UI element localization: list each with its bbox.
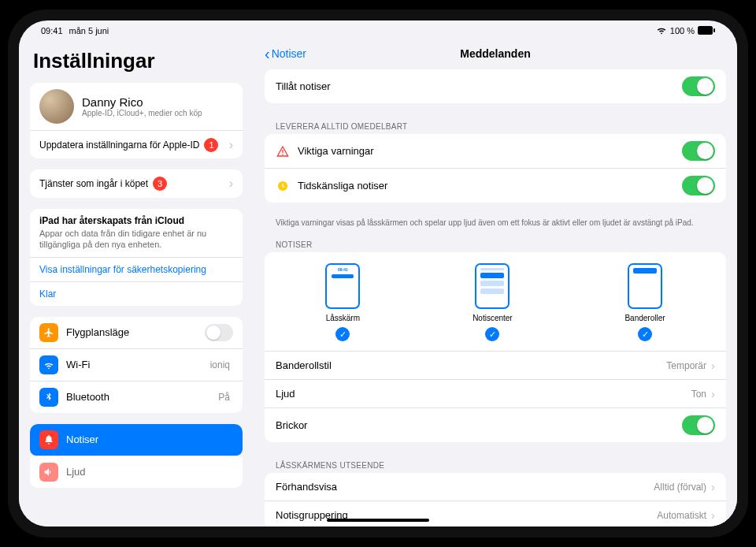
account-row[interactable]: Danny Rico Apple-ID, iCloud+, medier och…: [30, 83, 243, 130]
svg-rect-2: [282, 150, 283, 153]
services-label: Tjänster som ingår i köpet: [39, 178, 148, 189]
sound-value: Ton: [691, 389, 706, 400]
deliver-footer: Viktiga varningar visas på låsskärmen oc…: [265, 214, 726, 233]
airplane-label: Flygplansläge: [66, 326, 129, 338]
wifi-label: Wi-Fi: [66, 359, 90, 370]
avatar: [39, 89, 74, 124]
restore-title: iPad har återskapats från iCloud: [30, 209, 243, 228]
warning-triangle-icon: [276, 144, 290, 158]
preview-label: Förhandsvisa: [276, 481, 337, 493]
navbar: ‹ Notiser Meddelanden: [254, 38, 737, 69]
bell-icon: [39, 430, 58, 449]
chevron-right-icon: ›: [711, 359, 715, 372]
preview-row[interactable]: Förhandsvisa Alltid (förval) ›: [265, 473, 726, 500]
clock-icon: [276, 179, 290, 193]
sound-row[interactable]: Ljud: [30, 456, 243, 488]
sound-label: Ljud: [66, 466, 86, 478]
status-time: 09:41: [41, 26, 63, 35]
notifications-card: Notiser Ljud: [30, 424, 243, 488]
account-card: Danny Rico Apple-ID, iCloud+, medier och…: [30, 83, 243, 158]
sidebar-title: Inställningar: [33, 49, 243, 73]
timesensitive-row[interactable]: Tidskänsliga notiser: [265, 168, 726, 203]
account-name: Danny Rico: [82, 95, 202, 109]
speaker-icon: [39, 463, 58, 482]
done-link[interactable]: Klar: [30, 281, 243, 306]
backup-settings-link[interactable]: Visa inställningar för säkerhetskopierin…: [30, 257, 243, 281]
update-appleid-row[interactable]: Uppdatera inställningarna för Apple-ID 1…: [30, 130, 243, 158]
chevron-right-icon: ›: [711, 508, 715, 522]
bannerstyle-row[interactable]: Banderollstil Temporär ›: [265, 351, 726, 379]
badges-toggle[interactable]: [682, 415, 715, 435]
notif-label: Notiser: [66, 434, 98, 445]
notis-header: NOTISER: [265, 233, 726, 252]
checkmark-icon: ✓: [335, 327, 350, 341]
bt-label: Bluetooth: [66, 391, 109, 403]
critical-toggle[interactable]: [682, 141, 715, 161]
restore-card: iPad har återskapats från iCloud Appar o…: [30, 209, 243, 306]
appearance-header: LÅSSKÄRMENS UTSEENDE: [265, 453, 726, 473]
checkmark-icon: ✓: [485, 327, 499, 341]
status-date: mån 5 juni: [69, 26, 109, 35]
wifi-icon: [39, 355, 58, 374]
banner-preview: [628, 263, 662, 309]
wifi-row[interactable]: Wi-Fi ioniq: [30, 348, 243, 381]
allow-notifications-row[interactable]: Tillåt notiser: [265, 69, 726, 103]
badges-row[interactable]: Brickor: [265, 407, 726, 442]
grouping-row[interactable]: Notisgruppering Automatiskt ›: [265, 500, 726, 527]
checkmark-icon: ✓: [638, 327, 652, 341]
svg-rect-3: [282, 154, 283, 154]
svg-rect-0: [698, 26, 713, 35]
services-row[interactable]: Tjänster som ingår i köpet 3 ›: [30, 169, 243, 198]
banners-option[interactable]: Banderoller ✓: [624, 263, 665, 341]
battery-text: 100 %: [670, 26, 695, 35]
main-panel: ‹ Notiser Meddelanden Tillåt notiser LEV…: [254, 38, 737, 527]
bluetooth-icon: [39, 388, 58, 407]
battery-icon: [698, 26, 715, 36]
allow-label: Tillåt notiser: [276, 80, 331, 92]
notifications-row[interactable]: Notiser: [30, 424, 243, 456]
airplane-row[interactable]: Flygplansläge: [30, 317, 243, 348]
back-label: Notiser: [272, 47, 306, 60]
restore-text: Appar och data från din tidigare enhet ä…: [30, 228, 243, 257]
wifi-value: ioniq: [210, 359, 230, 370]
critical-alerts-row[interactable]: Viktiga varningar: [265, 134, 726, 168]
sound-label: Ljud: [276, 388, 295, 400]
notificationcenter-option[interactable]: Notiscenter ✓: [472, 263, 513, 341]
timesensitive-toggle[interactable]: [682, 176, 715, 195]
tablet-frame: 09:41 mån 5 juni 100 % Inställningar Dan…: [8, 9, 748, 538]
wifi-icon: [656, 24, 667, 37]
back-button[interactable]: ‹ Notiser: [265, 45, 306, 63]
bannerstyle-value: Temporär: [666, 360, 706, 371]
home-indicator[interactable]: [327, 519, 429, 522]
chevron-left-icon: ‹: [265, 45, 270, 63]
airplane-toggle[interactable]: [205, 324, 233, 341]
chevron-right-icon: ›: [711, 480, 715, 493]
allow-toggle[interactable]: [682, 76, 715, 96]
grouping-value: Automatiskt: [657, 510, 706, 521]
bluetooth-row[interactable]: Bluetooth På: [30, 381, 243, 413]
connectivity-card: Flygplansläge Wi-Fi ioniq Bluetooth På: [30, 317, 243, 413]
lockscreen-preview: 09:41: [325, 263, 360, 309]
update-badge: 1: [204, 138, 218, 152]
status-bar: 09:41 mån 5 juni 100 %: [19, 20, 737, 38]
screen: 09:41 mån 5 juni 100 % Inställningar Dan…: [19, 20, 737, 527]
lockscreen-option[interactable]: 09:41 Låsskärm ✓: [325, 263, 360, 341]
preview-value: Alltid (förval): [654, 482, 706, 493]
chevron-right-icon: ›: [229, 138, 233, 152]
bt-value: På: [218, 392, 230, 403]
services-badge: 3: [153, 177, 167, 191]
alert-style-selector: 09:41 Låsskärm ✓ Notiscenter ✓: [265, 252, 726, 351]
account-sub: Apple-ID, iCloud+, medier och köp: [82, 109, 202, 117]
airplane-icon: [39, 323, 58, 342]
update-label: Uppdatera inställningarna för Apple-ID: [39, 140, 199, 151]
nc-label: Notiscenter: [472, 314, 513, 322]
lockscreen-label: Låsskärm: [326, 314, 360, 322]
bannerstyle-label: Banderollstil: [276, 359, 332, 371]
critical-label: Viktiga varningar: [298, 145, 374, 157]
sidebar: Inställningar Danny Rico Apple-ID, iClou…: [19, 38, 254, 527]
nc-preview: [475, 263, 510, 309]
sound-row[interactable]: Ljud Ton ›: [265, 379, 726, 407]
timesensitive-label: Tidskänsliga notiser: [298, 180, 387, 192]
svg-rect-1: [713, 28, 715, 32]
page-title: Meddelanden: [460, 47, 530, 60]
